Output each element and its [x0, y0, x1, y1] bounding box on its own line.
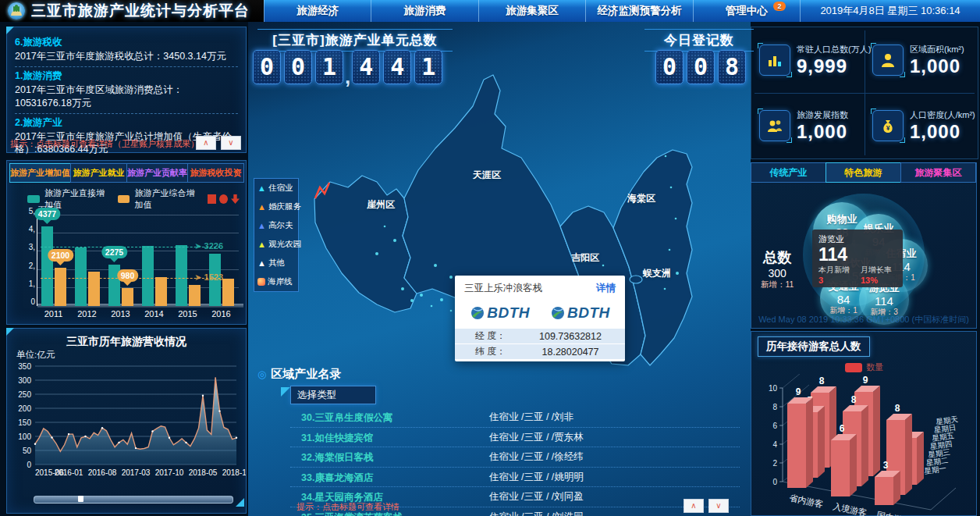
app-logo-icon: [8, 2, 25, 20]
list-item[interactable]: 30.三亚帛生度假公寓住宿业 /三亚 / /刘非: [290, 407, 740, 428]
venue-name-link[interactable]: 31.如佳快捷宾馆: [290, 432, 373, 443]
svg-text:3: 3: [883, 460, 889, 471]
stat-value: 9,999: [797, 55, 871, 77]
directory-up-button[interactable]: ∧: [684, 499, 704, 513]
nav-item-0[interactable]: 旅游经济: [264, 0, 371, 22]
digit-cell: 0: [253, 50, 281, 84]
summary-down-button[interactable]: ∨: [221, 136, 241, 150]
bar-旅游产业综合增加值[interactable]: [222, 279, 234, 306]
map-legend-label: 其他: [268, 258, 285, 269]
bar-旅游产业综合增加值[interactable]: [55, 268, 66, 306]
today-counter-title: 今日登记数: [644, 29, 754, 52]
summary-up-button[interactable]: ∧: [196, 136, 216, 150]
bdth-logo: BDTH: [470, 304, 530, 322]
popup-detail-link[interactable]: 详情: [596, 282, 616, 295]
special-tab-1[interactable]: 特色旅游: [826, 162, 901, 183]
time-range-slider[interactable]: [34, 496, 233, 504]
map-legend-item[interactable]: ▲其他: [257, 258, 295, 269]
map-legend-label: 观光农园: [268, 239, 301, 250]
directory-hint: 提示：点击标题可查看详情: [296, 501, 399, 513]
svg-text:入境游客: 入境游客: [833, 501, 868, 516]
bubble-chart: 总数 300 新增：11 购物业88新增：4娱乐业94新增：3餐饮业155新增：…: [751, 183, 976, 328]
map-legend-item[interactable]: ▲住宿业: [257, 183, 295, 194]
venue-name-link[interactable]: 30.三亚帛生度假公寓: [290, 412, 392, 423]
globe-icon: [550, 305, 566, 321]
map-legend-item[interactable]: ▲婚庆服务: [257, 201, 295, 212]
download-icon[interactable]: [231, 194, 240, 204]
bar3d-chart: 0246810895788963省内游客入境游客国内游客星期一星期二星期三星期四…: [751, 374, 976, 516]
svg-text:9: 9: [863, 375, 868, 386]
map-legend-item[interactable]: 海岸线: [257, 276, 295, 287]
stat-cell-2: 旅游发展指数1,000: [751, 93, 865, 158]
export-file-icon[interactable]: [208, 194, 216, 204]
bar-旅游产业直接增加值[interactable]: [75, 247, 87, 306]
nav-item-1[interactable]: 旅游消费: [371, 0, 478, 22]
bar-旅游产业直接增加值[interactable]: [142, 246, 154, 306]
nav-item-2[interactable]: 旅游集聚区: [478, 0, 585, 22]
directory-title: 区域产业名录: [271, 367, 341, 382]
venue-detail: 住宿业 /三亚 / /刘同盈: [489, 487, 584, 507]
digit-comma: ,: [345, 69, 350, 84]
summary-item[interactable]: 1.旅游消费2017年三亚市年度区域旅游消费总计：10531676.18万元: [15, 67, 238, 114]
bar-旅游产业直接增加值[interactable]: [41, 226, 53, 306]
resize-corner: [236, 498, 244, 507]
digit-cell: 1: [414, 50, 442, 84]
summary-item-title[interactable]: 6.旅游税收: [15, 36, 238, 49]
special-tab-0[interactable]: 传统产业: [751, 162, 826, 183]
svg-text:150: 150: [18, 418, 31, 427]
bubble-label: 购物业: [827, 214, 858, 225]
venue-detail: 住宿业 /三亚 / /姚明明: [489, 468, 584, 487]
summary-item-title[interactable]: 2.旅游产业: [15, 116, 238, 130]
map-legend-item[interactable]: ▲观光农园: [257, 239, 295, 250]
summary-item[interactable]: 6.旅游税收2017年三亚市年度旅游税收总计：3450.3.14万元: [15, 34, 238, 67]
industry-tab-1[interactable]: 旅游产业就业: [70, 163, 127, 183]
bar3d[interactable]: 9: [787, 386, 813, 488]
bar-旅游产业直接增加值[interactable]: [176, 245, 187, 306]
legend-swatch-count: [845, 363, 862, 372]
notification-badge: 2: [773, 2, 786, 11]
svg-text:2017-10: 2017-10: [155, 468, 184, 477]
svg-text:2018-12: 2018-12: [222, 468, 246, 477]
bar-旅游产业综合增加值[interactable]: [88, 272, 100, 306]
bubble-value: 84: [837, 293, 850, 306]
units-counter-title: [三亚市]旅游产业单元总数: [257, 29, 453, 52]
bar-旅游产业综合增加值[interactable]: [189, 285, 201, 306]
marker-triangle-icon: ▲: [257, 184, 266, 193]
industry-tab-3[interactable]: 旅游税收投资: [187, 163, 244, 183]
slider-handle[interactable]: [78, 496, 83, 502]
x-category-label: 2012: [70, 309, 104, 318]
directory-down-button[interactable]: ∨: [708, 499, 729, 513]
stats-grid: 常驻人口总数(万人)9,999区域面积(km²)1,000旅游发展指数1,000…: [751, 27, 978, 159]
svg-text:2016-01: 2016-01: [55, 468, 83, 477]
y-tick-label: 4,: [29, 225, 35, 233]
type-filter-input[interactable]: [290, 386, 376, 404]
venue-name-link[interactable]: 33.康喜龙海酒店: [290, 472, 373, 483]
list-item[interactable]: 31.如佳快捷宾馆住宿业 /三亚 / /贾东林: [290, 428, 740, 448]
nav-item-3[interactable]: 经济监测预警分析: [585, 0, 692, 22]
digit-cell: 0: [284, 50, 312, 84]
special-tab-2[interactable]: 旅游聚集区: [900, 162, 976, 183]
app-title: 三亚市旅游产业统计与分析平台: [31, 1, 250, 21]
district-label: 蜈支洲: [642, 268, 671, 279]
nav-item-4[interactable]: 管理中心2: [693, 0, 800, 22]
venue-name-link[interactable]: 32.海棠假日客栈: [290, 452, 373, 463]
legend-swatch-direct: [27, 195, 40, 203]
svg-text:8: 8: [819, 375, 825, 386]
map-legend-item[interactable]: ▲高尔夫: [257, 220, 295, 231]
svg-text:6: 6: [772, 422, 777, 430]
bar-旅游产业综合增加值[interactable]: [122, 288, 133, 306]
refresh-icon[interactable]: [219, 194, 228, 204]
list-item[interactable]: 33.康喜龙海酒店住宿业 /三亚 / /姚明明: [290, 468, 740, 488]
header-datetime: 2019年4月8日 星期三 10:36:14: [800, 0, 980, 22]
industry-tab-0[interactable]: 旅游产业增加值: [9, 163, 71, 183]
list-item[interactable]: 32.海棠假日客栈住宿业 /三亚 / /徐经纬: [290, 447, 740, 468]
marker-triangle-icon: ▲: [257, 259, 266, 268]
industry-tab-2[interactable]: 旅游产业贡献率: [126, 163, 188, 183]
digit-cell: 4: [352, 50, 380, 84]
bar-旅游产业综合增加值[interactable]: [155, 277, 167, 306]
value-callout: 4377: [34, 208, 60, 220]
summary-item-title[interactable]: 1.旅游消费: [15, 69, 238, 83]
svg-text:10: 10: [769, 384, 778, 393]
svg-text:200: 200: [18, 404, 31, 413]
venue-detail: 住宿业 /三亚 / /徐经纬: [489, 447, 584, 467]
